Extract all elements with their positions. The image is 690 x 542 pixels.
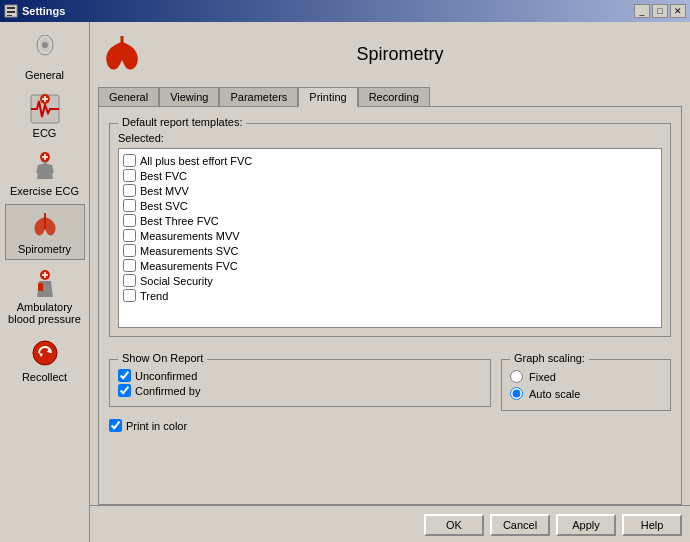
- maximize-button[interactable]: □: [652, 4, 668, 18]
- sidebar-label-spirometry: Spirometry: [18, 243, 71, 255]
- item-label: All plus best effort FVC: [140, 155, 252, 167]
- checkbox-trend[interactable]: [123, 289, 136, 302]
- sidebar-label-exercise-ecg: Exercise ECG: [10, 185, 79, 197]
- default-report-templates-group: Default report templates: Selected: All …: [109, 123, 671, 337]
- title-bar-controls: _ □ ✕: [634, 4, 686, 18]
- settings-icon: [4, 4, 18, 18]
- graph-scaling-group: Graph scaling: Fixed Auto scale: [501, 359, 671, 411]
- page-header: Spirometry: [98, 30, 682, 78]
- unconfirmed-check-item[interactable]: Unconfirmed: [118, 368, 482, 383]
- list-item[interactable]: Measurements SVC: [123, 243, 657, 258]
- item-label: Best Three FVC: [140, 215, 219, 227]
- exercise-ecg-icon: [29, 151, 61, 183]
- confirmed-by-label: Confirmed by: [135, 385, 200, 397]
- title-bar: Settings _ □ ✕: [0, 0, 690, 22]
- svg-rect-2: [7, 11, 15, 13]
- print-color-row[interactable]: Print in color: [109, 419, 491, 432]
- ambulatory-icon: [29, 267, 61, 299]
- sidebar-label-ambulatory: Ambulatory blood pressure: [8, 301, 82, 325]
- spirometry-icon: [29, 209, 61, 241]
- sidebar-item-ambulatory[interactable]: Ambulatory blood pressure: [5, 262, 85, 330]
- confirmed-by-check-item[interactable]: Confirmed by: [118, 383, 482, 398]
- svg-rect-3: [7, 15, 12, 16]
- checkbox-confirmed-by[interactable]: [118, 384, 131, 397]
- checkbox-best-fvc[interactable]: [123, 169, 136, 182]
- checkbox-best-three-fvc[interactable]: [123, 214, 136, 227]
- item-label: Measurements MVV: [140, 230, 240, 242]
- report-templates-list[interactable]: All plus best effort FVC Best FVC Best M…: [118, 148, 662, 328]
- sidebar-item-general[interactable]: General: [5, 30, 85, 86]
- checkbox-social-security[interactable]: [123, 274, 136, 287]
- sidebar-item-spirometry[interactable]: Spirometry: [5, 204, 85, 260]
- sidebar: General ECG: [0, 22, 90, 542]
- item-label: Best SVC: [140, 200, 188, 212]
- auto-scale-label: Auto scale: [529, 388, 580, 400]
- default-report-templates-title: Default report templates:: [118, 116, 246, 128]
- sidebar-item-exercise-ecg[interactable]: Exercise ECG: [5, 146, 85, 202]
- unconfirmed-label: Unconfirmed: [135, 370, 197, 382]
- checkbox-print-in-color[interactable]: [109, 419, 122, 432]
- auto-scale-radio-item[interactable]: Auto scale: [510, 385, 662, 402]
- svg-rect-1: [7, 7, 15, 9]
- checkbox-best-mvv[interactable]: [123, 184, 136, 197]
- ecg-icon: [29, 93, 61, 125]
- list-item[interactable]: Social Security: [123, 273, 657, 288]
- sidebar-label-general: General: [25, 69, 64, 81]
- sidebar-item-recollect[interactable]: Recollect: [5, 332, 85, 388]
- close-button[interactable]: ✕: [670, 4, 686, 18]
- list-item[interactable]: Trend: [123, 288, 657, 303]
- checkbox-measurements-fvc[interactable]: [123, 259, 136, 272]
- item-label: Best MVV: [140, 185, 189, 197]
- svg-rect-12: [38, 283, 43, 291]
- title-bar-text: Settings: [22, 5, 65, 17]
- checkbox-best-svc[interactable]: [123, 199, 136, 212]
- show-on-report-title: Show On Report: [118, 352, 207, 364]
- checkbox-measurements-svc[interactable]: [123, 244, 136, 257]
- help-button[interactable]: Help: [622, 514, 682, 536]
- apply-button[interactable]: Apply: [556, 514, 616, 536]
- list-item[interactable]: Best Three FVC: [123, 213, 657, 228]
- minimize-button[interactable]: _: [634, 4, 650, 18]
- list-item[interactable]: Best SVC: [123, 198, 657, 213]
- recollect-icon: [29, 337, 61, 369]
- show-on-report-group: Show On Report Unconfirmed Confirmed by: [109, 359, 491, 407]
- fixed-radio-item[interactable]: Fixed: [510, 368, 662, 385]
- item-label: Trend: [140, 290, 168, 302]
- cancel-button[interactable]: Cancel: [490, 514, 550, 536]
- item-label: Measurements SVC: [140, 245, 238, 257]
- radio-auto-scale[interactable]: [510, 387, 523, 400]
- item-label: Measurements FVC: [140, 260, 238, 272]
- radio-fixed[interactable]: [510, 370, 523, 383]
- checkbox-unconfirmed[interactable]: [118, 369, 131, 382]
- fixed-label: Fixed: [529, 371, 556, 383]
- graph-scaling-title: Graph scaling:: [510, 352, 589, 364]
- print-color-label: Print in color: [126, 420, 187, 432]
- printing-panel: Default report templates: Selected: All …: [98, 106, 682, 505]
- sidebar-item-ecg[interactable]: ECG: [5, 88, 85, 144]
- spirometry-header-icon: [98, 30, 146, 78]
- list-item[interactable]: All plus best effort FVC: [123, 153, 657, 168]
- item-label: Social Security: [140, 275, 213, 287]
- checkbox-measurements-mvv[interactable]: [123, 229, 136, 242]
- list-item[interactable]: Measurements FVC: [123, 258, 657, 273]
- tab-general[interactable]: General: [98, 87, 159, 107]
- page-title: Spirometry: [158, 44, 682, 65]
- checklist-selected-label: Selected:: [118, 132, 662, 144]
- tab-recording[interactable]: Recording: [358, 87, 430, 107]
- item-label: Best FVC: [140, 170, 187, 182]
- svg-point-13: [33, 341, 57, 365]
- footer-buttons: OK Cancel Apply Help: [90, 505, 690, 542]
- svg-point-6: [42, 42, 48, 48]
- list-item[interactable]: Measurements MVV: [123, 228, 657, 243]
- general-icon: [29, 35, 61, 67]
- bottom-section: Show On Report Unconfirmed Confirmed by: [109, 353, 671, 432]
- list-item[interactable]: Best FVC: [123, 168, 657, 183]
- list-item[interactable]: Best MVV: [123, 183, 657, 198]
- checkbox-all-plus-best-effort[interactable]: [123, 154, 136, 167]
- tab-viewing[interactable]: Viewing: [159, 87, 219, 107]
- ok-button[interactable]: OK: [424, 514, 484, 536]
- tab-printing[interactable]: Printing: [298, 87, 357, 107]
- tab-parameters[interactable]: Parameters: [219, 87, 298, 107]
- sidebar-label-recollect: Recollect: [22, 371, 67, 383]
- sidebar-label-ecg: ECG: [33, 127, 57, 139]
